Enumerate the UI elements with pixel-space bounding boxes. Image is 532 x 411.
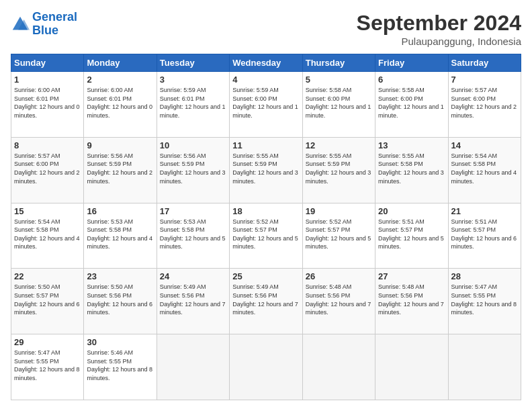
calendar-day-header: Sunday	[11, 54, 84, 72]
calendar-cell: 16 Sunrise: 5:53 AM Sunset: 5:58 PM Dayl…	[84, 203, 157, 269]
day-number: 27	[378, 271, 445, 281]
day-number: 11	[232, 140, 299, 150]
calendar-cell	[302, 334, 375, 400]
day-number: 8	[14, 140, 81, 150]
day-info: Sunrise: 5:48 AM Sunset: 5:56 PM Dayligh…	[378, 283, 445, 316]
day-number: 4	[232, 75, 299, 85]
day-number: 19	[306, 206, 372, 216]
month-title: September 2024	[357, 11, 521, 36]
day-number: 24	[160, 271, 226, 281]
calendar-week-row: 29 Sunrise: 5:47 AM Sunset: 5:55 PM Dayl…	[11, 334, 521, 400]
calendar-cell: 29 Sunrise: 5:47 AM Sunset: 5:55 PM Dayl…	[11, 334, 84, 400]
day-number: 14	[451, 140, 518, 150]
calendar-cell	[157, 334, 229, 400]
day-number: 20	[378, 206, 445, 216]
day-info: Sunrise: 5:55 AM Sunset: 5:58 PM Dayligh…	[378, 152, 445, 185]
day-info: Sunrise: 5:52 AM Sunset: 5:57 PM Dayligh…	[306, 218, 372, 251]
day-number: 10	[160, 140, 226, 150]
calendar-cell: 30 Sunrise: 5:46 AM Sunset: 5:55 PM Dayl…	[84, 334, 157, 400]
day-info: Sunrise: 5:46 AM Sunset: 5:55 PM Dayligh…	[87, 349, 153, 382]
calendar-cell: 25 Sunrise: 5:49 AM Sunset: 5:56 PM Dayl…	[230, 269, 302, 334]
logo: General Blue	[11, 11, 77, 38]
day-number: 23	[87, 271, 153, 281]
day-info: Sunrise: 5:48 AM Sunset: 5:56 PM Dayligh…	[306, 283, 372, 316]
day-number: 16	[87, 206, 153, 216]
calendar-cell: 5 Sunrise: 5:58 AM Sunset: 6:00 PM Dayli…	[302, 72, 375, 138]
day-info: Sunrise: 5:47 AM Sunset: 5:55 PM Dayligh…	[14, 349, 81, 382]
logo-text: General Blue	[32, 11, 77, 38]
title-block: September 2024 Pulaupanggung, Indonesia	[357, 11, 521, 47]
calendar-cell: 17 Sunrise: 5:53 AM Sunset: 5:58 PM Dayl…	[157, 203, 229, 269]
day-info: Sunrise: 5:57 AM Sunset: 6:00 PM Dayligh…	[451, 86, 518, 120]
calendar-cell: 15 Sunrise: 5:54 AM Sunset: 5:58 PM Dayl…	[11, 203, 84, 269]
calendar-cell: 9 Sunrise: 5:56 AM Sunset: 5:59 PM Dayli…	[84, 137, 157, 203]
day-info: Sunrise: 5:50 AM Sunset: 5:57 PM Dayligh…	[14, 283, 81, 316]
calendar-cell: 26 Sunrise: 5:48 AM Sunset: 5:56 PM Dayl…	[302, 269, 375, 334]
calendar-cell: 1 Sunrise: 6:00 AM Sunset: 6:01 PM Dayli…	[11, 72, 84, 138]
day-number: 6	[378, 75, 445, 85]
location: Pulaupanggung, Indonesia	[357, 36, 521, 47]
day-number: 2	[87, 75, 153, 85]
day-number: 15	[14, 206, 81, 216]
calendar-cell: 3 Sunrise: 5:59 AM Sunset: 6:01 PM Dayli…	[157, 72, 229, 138]
calendar-cell: 19 Sunrise: 5:52 AM Sunset: 5:57 PM Dayl…	[302, 203, 375, 269]
calendar-cell: 7 Sunrise: 5:57 AM Sunset: 6:00 PM Dayli…	[448, 72, 521, 138]
logo-icon	[11, 15, 30, 34]
calendar-day-header: Monday	[84, 54, 157, 72]
calendar-week-row: 1 Sunrise: 6:00 AM Sunset: 6:01 PM Dayli…	[11, 72, 521, 138]
calendar-cell	[230, 334, 302, 400]
day-info: Sunrise: 5:51 AM Sunset: 5:57 PM Dayligh…	[378, 218, 445, 251]
calendar-cell: 4 Sunrise: 5:59 AM Sunset: 6:00 PM Dayli…	[230, 72, 302, 138]
calendar-day-header: Thursday	[302, 54, 375, 72]
day-info: Sunrise: 5:56 AM Sunset: 5:59 PM Dayligh…	[87, 152, 153, 185]
calendar-cell: 6 Sunrise: 5:58 AM Sunset: 6:00 PM Dayli…	[375, 72, 448, 138]
day-number: 3	[160, 75, 226, 85]
day-number: 28	[451, 271, 518, 281]
calendar-day-header: Wednesday	[230, 54, 302, 72]
calendar-cell: 21 Sunrise: 5:51 AM Sunset: 5:57 PM Dayl…	[448, 203, 521, 269]
day-number: 1	[14, 75, 81, 85]
day-info: Sunrise: 5:54 AM Sunset: 5:58 PM Dayligh…	[14, 218, 81, 251]
day-info: Sunrise: 6:00 AM Sunset: 6:01 PM Dayligh…	[14, 86, 81, 120]
calendar-cell	[448, 334, 521, 400]
calendar-cell: 13 Sunrise: 5:55 AM Sunset: 5:58 PM Dayl…	[375, 137, 448, 203]
day-info: Sunrise: 5:47 AM Sunset: 5:55 PM Dayligh…	[451, 283, 518, 316]
day-number: 7	[451, 75, 518, 85]
calendar-cell: 20 Sunrise: 5:51 AM Sunset: 5:57 PM Dayl…	[375, 203, 448, 269]
day-info: Sunrise: 5:49 AM Sunset: 5:56 PM Dayligh…	[160, 283, 226, 316]
day-number: 25	[232, 271, 299, 281]
calendar-week-row: 15 Sunrise: 5:54 AM Sunset: 5:58 PM Dayl…	[11, 203, 521, 269]
calendar-day-header: Saturday	[448, 54, 521, 72]
day-info: Sunrise: 5:54 AM Sunset: 5:58 PM Dayligh…	[451, 152, 518, 185]
day-info: Sunrise: 5:59 AM Sunset: 6:00 PM Dayligh…	[232, 86, 299, 120]
day-info: Sunrise: 5:56 AM Sunset: 5:59 PM Dayligh…	[160, 152, 226, 185]
calendar-cell: 22 Sunrise: 5:50 AM Sunset: 5:57 PM Dayl…	[11, 269, 84, 334]
day-number: 21	[451, 206, 518, 216]
page: General Blue September 2024 Pulaupanggun…	[0, 0, 532, 411]
day-number: 9	[87, 140, 153, 150]
logo-blue: Blue	[32, 24, 58, 37]
day-info: Sunrise: 5:58 AM Sunset: 6:00 PM Dayligh…	[378, 86, 445, 120]
calendar-cell: 10 Sunrise: 5:56 AM Sunset: 5:59 PM Dayl…	[157, 137, 229, 203]
calendar-cell: 11 Sunrise: 5:55 AM Sunset: 5:59 PM Dayl…	[230, 137, 302, 203]
day-info: Sunrise: 5:52 AM Sunset: 5:57 PM Dayligh…	[232, 218, 299, 251]
day-number: 5	[306, 75, 372, 85]
day-number: 29	[14, 337, 81, 347]
calendar-cell: 18 Sunrise: 5:52 AM Sunset: 5:57 PM Dayl…	[230, 203, 302, 269]
day-info: Sunrise: 5:53 AM Sunset: 5:58 PM Dayligh…	[160, 218, 226, 251]
day-number: 30	[87, 337, 153, 347]
calendar-cell: 24 Sunrise: 5:49 AM Sunset: 5:56 PM Dayl…	[157, 269, 229, 334]
calendar-week-row: 8 Sunrise: 5:57 AM Sunset: 6:00 PM Dayli…	[11, 137, 521, 203]
header: General Blue September 2024 Pulaupanggun…	[11, 11, 521, 47]
day-number: 26	[306, 271, 372, 281]
day-info: Sunrise: 5:55 AM Sunset: 5:59 PM Dayligh…	[232, 152, 299, 185]
calendar-cell: 23 Sunrise: 5:50 AM Sunset: 5:56 PM Dayl…	[84, 269, 157, 334]
day-number: 17	[160, 206, 226, 216]
calendar-cell: 8 Sunrise: 5:57 AM Sunset: 6:00 PM Dayli…	[11, 137, 84, 203]
calendar-cell: 2 Sunrise: 6:00 AM Sunset: 6:01 PM Dayli…	[84, 72, 157, 138]
calendar-day-header: Friday	[375, 54, 448, 72]
calendar-cell: 28 Sunrise: 5:47 AM Sunset: 5:55 PM Dayl…	[448, 269, 521, 334]
day-info: Sunrise: 5:49 AM Sunset: 5:56 PM Dayligh…	[232, 283, 299, 316]
day-number: 18	[232, 206, 299, 216]
day-info: Sunrise: 6:00 AM Sunset: 6:01 PM Dayligh…	[87, 86, 153, 120]
